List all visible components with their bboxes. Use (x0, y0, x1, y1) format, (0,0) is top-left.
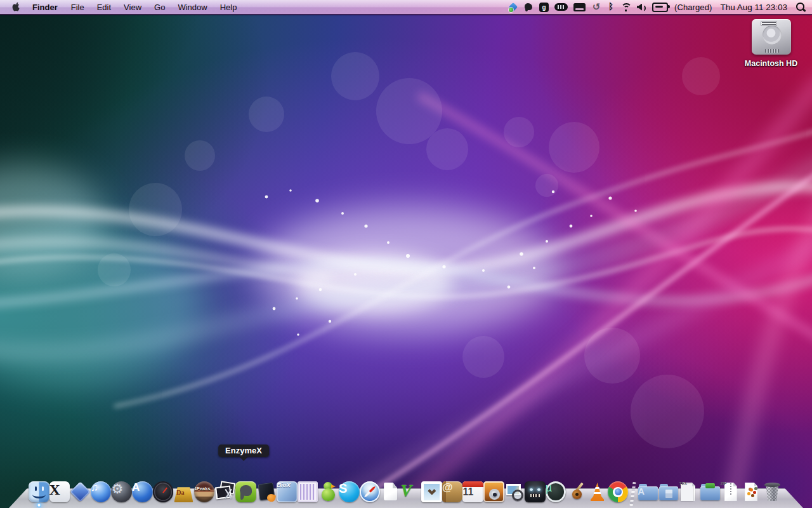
address-book-icon: @ (442, 481, 463, 502)
apple-menu-icon[interactable] (6, 0, 25, 14)
monster-game-icon (525, 481, 546, 502)
apple-logo (11, 2, 20, 12)
itunes-icon: ♫ (91, 481, 112, 502)
dock-item-virtualbox[interactable] (70, 481, 91, 502)
dock-item-preview-loupe[interactable] (504, 481, 525, 502)
volume-icon[interactable] (637, 3, 646, 11)
zip-document-icon: ZIP (721, 481, 742, 502)
dock-item-sequence-alignment[interactable] (298, 481, 318, 502)
dock-item-tex-document[interactable]: TEX (679, 481, 700, 502)
chrome-icon (608, 481, 629, 502)
dock: X♫⚙A1Da4PeaksBioXSV@11µATEXZIP (0, 461, 812, 508)
dock-item-evernote[interactable] (235, 481, 256, 502)
safari-icon (360, 481, 381, 502)
enzymex-icon (214, 481, 235, 502)
ical-icon: 11 (462, 481, 483, 502)
menu-bar-clock[interactable]: Thu Aug 11 23:03 (717, 3, 790, 12)
running-indicator (37, 503, 41, 507)
dock-item-utorrent[interactable]: µ (546, 481, 566, 502)
eagle-photo-app-icon (421, 481, 442, 502)
dock-item-garageband[interactable] (566, 481, 587, 502)
wifi-icon[interactable] (620, 3, 631, 11)
dock-item-chrome[interactable] (608, 481, 629, 502)
weight-1da-icon: 1Da (173, 481, 194, 502)
spotlight-icon[interactable] (796, 2, 806, 12)
dock-item-trash[interactable] (762, 481, 783, 502)
skype-icon: S (339, 481, 360, 502)
documents-folder-icon (658, 481, 679, 502)
dock-item-documents-folder[interactable] (658, 481, 679, 502)
dock-item-monster-game[interactable] (525, 481, 546, 502)
utorrent-icon: µ (546, 481, 566, 502)
dock-item-safari[interactable] (360, 481, 381, 502)
dock-item-ical[interactable]: 11 (462, 481, 483, 502)
dock-item-skype[interactable]: S (339, 481, 360, 502)
battery-status-label[interactable]: (Charged) (674, 3, 712, 12)
menu-edit[interactable]: Edit (91, 0, 117, 14)
trash-icon (762, 481, 783, 502)
dock-item-molecule-document[interactable] (741, 481, 762, 502)
menu-window[interactable]: Window (171, 0, 213, 14)
ram-meter-icon[interactable] (554, 3, 568, 11)
applications-folder-icon: A (638, 481, 658, 502)
vlc-cone-icon (587, 481, 608, 502)
dropbox-icon[interactable] (509, 3, 518, 12)
blank-document-app-icon (380, 481, 401, 502)
dock-item-fourpeaks[interactable]: 4Peaks (194, 481, 215, 502)
system-preferences-icon: ⚙ (111, 481, 132, 502)
desktop-icon-macintosh-hd[interactable]: Macintosh HD (741, 19, 801, 68)
menu-file[interactable]: File (65, 0, 91, 14)
dock-item-system-preferences[interactable]: ⚙ (111, 481, 132, 502)
preview-loupe-icon (504, 481, 525, 502)
menu-view[interactable]: View (117, 0, 148, 14)
dock-item-x11[interactable]: X (49, 481, 70, 502)
dock-item-app-store[interactable]: A (132, 481, 153, 502)
display-mirroring-icon[interactable] (573, 3, 586, 11)
green-v-app-icon: V (401, 481, 422, 502)
menu-bar-status-area: g↺ᛒ (Charged) Thu Aug 11 23:03 (509, 0, 812, 14)
dock-tooltip: EnzymeX (218, 444, 269, 457)
desktop-wallpaper[interactable] (0, 0, 812, 508)
menu-bar: FinderFileEditViewGoWindowHelp g↺ᛒ (Char… (0, 0, 812, 15)
dock-item-blank-document-app[interactable] (380, 481, 401, 502)
screen: FinderFileEditViewGoWindowHelp g↺ᛒ (Char… (0, 0, 812, 508)
evernote-icon (235, 481, 256, 502)
g-app-icon[interactable]: g (539, 3, 549, 12)
time-machine-icon[interactable]: ↺ (591, 2, 601, 12)
molecule-document-icon (741, 481, 762, 502)
bluetooth-icon[interactable]: ᛒ (607, 2, 615, 12)
dock-item-applications-folder[interactable]: A (638, 481, 658, 502)
dock-item-green-v-app[interactable]: V (401, 481, 422, 502)
battery-icon[interactable] (652, 3, 668, 12)
dock-item-biox[interactable]: BioX (277, 481, 298, 502)
dock-item-papers-journals[interactable] (256, 481, 277, 502)
dock-item-eagle-photo-app[interactable] (421, 481, 442, 502)
dock-item-address-book[interactable]: @ (442, 481, 463, 502)
dashboard-gauge-icon (153, 481, 174, 502)
dock-item-adium-duck[interactable] (318, 481, 339, 502)
downloads-folder-icon (700, 481, 721, 502)
menu-help[interactable]: Help (214, 0, 244, 14)
dock-separator (628, 481, 638, 502)
dock-item-vlc-cone[interactable] (587, 481, 608, 502)
photo-booth-icon (483, 481, 504, 502)
hard-drive-icon (752, 19, 791, 55)
dock-item-weight-1da[interactable]: 1Da (173, 481, 194, 502)
dock-item-zip-document[interactable]: ZIP (721, 481, 742, 502)
menu-go[interactable]: Go (148, 0, 171, 14)
dock-item-itunes[interactable]: ♫ (91, 481, 112, 502)
tex-document-icon: TEX (679, 481, 700, 502)
dock-item-photo-booth[interactable] (483, 481, 504, 502)
menu-bar-menus: FinderFileEditViewGoWindowHelp (0, 0, 243, 14)
dock-item-downloads-folder[interactable] (700, 481, 721, 502)
dock-item-enzymex[interactable] (214, 481, 235, 502)
dock-item-finder[interactable] (29, 481, 49, 502)
evernote-icon[interactable] (524, 3, 534, 11)
dock-item-dashboard-gauge[interactable] (153, 481, 174, 502)
finder-icon (29, 481, 49, 502)
virtualbox-icon (70, 481, 91, 502)
app-store-icon: A (132, 481, 153, 502)
menu-finder[interactable]: Finder (25, 0, 65, 14)
papers-journals-icon (256, 481, 277, 502)
wallpaper-light-streaks (0, 0, 812, 508)
